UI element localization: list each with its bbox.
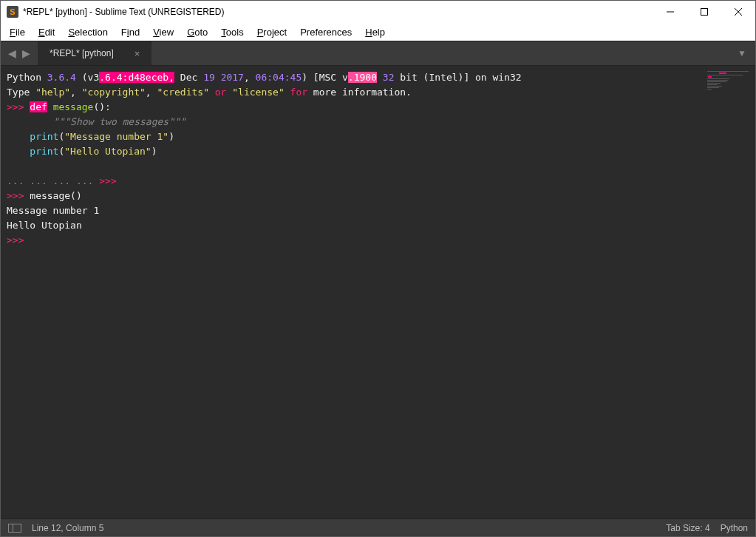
- t: ,: [244, 72, 256, 83]
- status-language[interactable]: Python: [721, 523, 748, 533]
- minimap[interactable]: [704, 66, 755, 519]
- highlight: .6.4:d48eceb,: [99, 72, 174, 83]
- t: Dec: [174, 72, 203, 83]
- t: "help": [35, 87, 70, 98]
- t: "Message number 1": [64, 131, 168, 142]
- nav-arrows: ◀ ▶: [1, 41, 38, 65]
- tab-strip: ◀ ▶ *REPL* [python] × ▼: [1, 41, 755, 66]
- output-line: Message number 1: [7, 205, 99, 216]
- t: 06:04:45: [256, 72, 302, 83]
- prompt: >>>: [7, 190, 30, 201]
- t: [7, 131, 30, 142]
- status-tab-size[interactable]: Tab Size: 4: [666, 523, 709, 533]
- maximize-button[interactable]: [687, 1, 721, 23]
- t: 3.6.4: [47, 72, 76, 83]
- t: [7, 146, 30, 157]
- menu-help[interactable]: Help: [359, 25, 391, 39]
- menu-selection[interactable]: Selection: [62, 25, 113, 39]
- t: ,: [70, 87, 82, 98]
- t: for: [290, 87, 307, 98]
- t: print: [30, 146, 58, 157]
- minimize-button[interactable]: [653, 1, 687, 23]
- editor-area: Python 3.6.4 (v3.6.4:d48eceb, Dec 19 201…: [1, 66, 755, 519]
- t: 32: [383, 72, 395, 83]
- menu-tools[interactable]: Tools: [215, 25, 249, 39]
- t: ():: [93, 101, 110, 112]
- keyword-def-highlight: def: [30, 101, 47, 112]
- app-icon: S: [7, 6, 18, 18]
- prompt: >>>: [99, 175, 116, 186]
- t: ): [168, 131, 174, 142]
- menu-view[interactable]: View: [147, 25, 180, 39]
- status-bar: Line 12, Column 5 Tab Size: 4 Python: [1, 519, 755, 536]
- window-title: *REPL* [python] - Sublime Text (UNREGIST…: [23, 7, 653, 17]
- t: (v3: [76, 72, 99, 83]
- t: 19: [203, 72, 215, 83]
- func-name: message: [53, 101, 94, 112]
- continuation-prompt: ... ... ... ...: [7, 175, 99, 186]
- t: 2017: [221, 72, 244, 83]
- t: "copyright": [82, 87, 146, 98]
- t: [7, 116, 30, 127]
- t: bit (Intel)] on win32: [394, 72, 521, 83]
- app-window: S *REPL* [python] - Sublime Text (UNREGI…: [0, 0, 756, 537]
- menu-preferences[interactable]: Preferences: [294, 25, 358, 39]
- tab-label: *REPL* [python]: [50, 48, 114, 58]
- tab-menu-icon[interactable]: ▼: [729, 41, 755, 65]
- menu-find[interactable]: Find: [115, 25, 146, 39]
- titlebar[interactable]: S *REPL* [python] - Sublime Text (UNREGI…: [1, 1, 755, 23]
- svg-rect-1: [701, 9, 708, 16]
- panel-switch-icon[interactable]: [8, 524, 21, 533]
- menu-file[interactable]: File: [4, 25, 31, 39]
- close-tab-icon[interactable]: ×: [134, 48, 140, 59]
- status-position[interactable]: Line 12, Column 5: [32, 523, 103, 533]
- prompt: >>>: [7, 234, 30, 246]
- t: (): [70, 190, 82, 201]
- menu-edit[interactable]: Edit: [33, 25, 61, 39]
- highlight: .1900: [348, 72, 377, 83]
- nav-forward-icon[interactable]: ▶: [22, 47, 30, 59]
- t: Type: [7, 87, 35, 98]
- t: or: [215, 87, 227, 98]
- t: more information.: [307, 87, 412, 98]
- t: Python: [7, 72, 47, 83]
- close-window-button[interactable]: [721, 1, 755, 23]
- t: "credits": [157, 87, 209, 98]
- t: "Hello Utopian": [64, 146, 151, 157]
- t: [285, 87, 290, 98]
- t: message: [30, 190, 70, 201]
- window-controls: [653, 1, 755, 23]
- t: [30, 116, 52, 127]
- docstring: """Show two messages""": [53, 116, 186, 127]
- nav-back-icon[interactable]: ◀: [8, 47, 16, 59]
- t: [47, 101, 53, 112]
- t: [209, 87, 215, 98]
- menu-project[interactable]: Project: [251, 25, 293, 39]
- menubar: File Edit Selection Find View Goto Tools…: [1, 23, 755, 41]
- prompt: >>>: [7, 101, 30, 112]
- t: [215, 72, 221, 83]
- repl-editor[interactable]: Python 3.6.4 (v3.6.4:d48eceb, Dec 19 201…: [1, 66, 704, 519]
- t: ,: [146, 87, 157, 98]
- t: ): [151, 146, 157, 157]
- tab-repl-python[interactable]: *REPL* [python] ×: [38, 41, 151, 65]
- menu-goto[interactable]: Goto: [181, 25, 214, 39]
- t: "license": [232, 87, 284, 98]
- output-line: Hello Utopian: [7, 220, 82, 231]
- t: print: [30, 131, 58, 142]
- t: ) [MSC v: [302, 72, 348, 83]
- t: [377, 72, 383, 83]
